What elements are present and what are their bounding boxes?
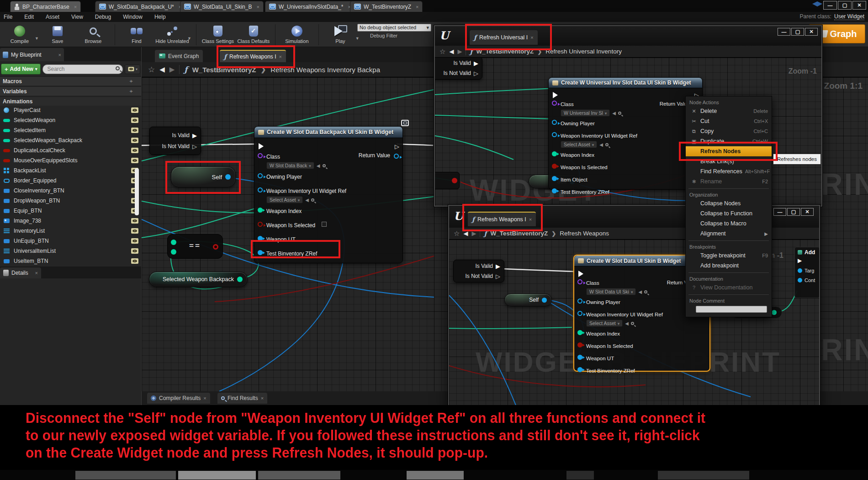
menu-item-find-references[interactable]: Find ReferencesAlt+Shift+F xyxy=(686,166,772,176)
maximize-button[interactable]: ▢ xyxy=(787,208,800,216)
pin-icon[interactable] xyxy=(258,173,263,178)
tutorial-cap-icon[interactable] xyxy=(812,1,822,9)
close-icon[interactable]: × xyxy=(416,4,418,10)
visibility-eye-icon[interactable] xyxy=(131,117,138,123)
pin-icon[interactable] xyxy=(577,299,582,304)
asset-dropdown[interactable]: W Slot Data UI Ski▾ xyxy=(586,288,636,295)
doc-tab-w-universalinvslotdata-[interactable]: W_UniversalInvSlotData_*× xyxy=(265,1,355,12)
self-variable-node[interactable]: Self xyxy=(504,293,552,306)
variable-row-selectedweapon_backpack[interactable]: SelectedWeapon_Backpack xyxy=(0,135,141,145)
asset-dropdown[interactable]: W Slot Data Back▾ xyxy=(266,162,314,169)
pin-icon[interactable] xyxy=(552,101,557,106)
exec-pin-icon[interactable]: ▶ xyxy=(474,60,478,67)
doc-tab-bp-characterbase[interactable]: BP_CharacterBase× xyxy=(10,1,81,12)
browse-asset-icon[interactable] xyxy=(605,143,609,146)
forward-icon[interactable]: ▶ xyxy=(457,48,462,55)
browse-asset-icon[interactable] xyxy=(618,112,621,115)
close-icon[interactable]: × xyxy=(35,270,38,276)
variable-row-dropweapon_btn[interactable]: DropWeapon_BTN xyxy=(0,196,141,206)
sidebar-scrollbar[interactable] xyxy=(135,168,139,215)
target-pin-icon[interactable] xyxy=(798,268,802,273)
pin-icon[interactable] xyxy=(552,188,557,193)
dropdown-caret-icon[interactable]: ▼ xyxy=(35,36,39,41)
tab-find-results[interactable]: Find Results× xyxy=(217,393,267,404)
pin-icon[interactable] xyxy=(552,132,557,137)
dropdown-caret-icon[interactable]: ▼ xyxy=(355,36,360,41)
search-input[interactable]: Search xyxy=(42,64,123,74)
close-icon[interactable]: × xyxy=(261,395,264,401)
pin-icon[interactable] xyxy=(237,277,243,282)
pin-weapon-ut[interactable]: Weapon UT xyxy=(574,354,709,362)
exec-pin-icon[interactable]: ▶ xyxy=(192,132,197,139)
section-variables[interactable]: Variables＋ xyxy=(0,86,141,96)
visibility-eye-icon[interactable] xyxy=(131,128,138,133)
add-node[interactable]: Add ▶ Targ Cont xyxy=(794,247,819,298)
menu-debug[interactable]: Debug xyxy=(95,14,111,20)
asset-dropdown[interactable]: Select Asset▾ xyxy=(561,141,597,148)
menu-item-add-breakpoint[interactable]: Add breakpoint xyxy=(686,261,772,271)
exec-pin-icon[interactable]: ▶ xyxy=(496,263,500,270)
browse-asset-icon[interactable] xyxy=(644,290,647,293)
debug-object-dropdown[interactable]: No debug object selected xyxy=(357,24,431,32)
output-pin-icon[interactable] xyxy=(213,244,218,250)
use-asset-icon[interactable]: ◀ xyxy=(599,142,603,147)
pin-item-object[interactable]: Item Object xyxy=(549,175,702,183)
favorite-star-icon[interactable]: ☆ xyxy=(454,229,460,238)
pin-icon[interactable] xyxy=(772,310,777,315)
tab-event-graph[interactable]: Event Graph xyxy=(155,50,203,62)
browse-asset-icon[interactable] xyxy=(311,198,314,202)
variable-row-image_738[interactable]: Image_738 xyxy=(0,216,141,226)
pin-owning-player[interactable]: Owning Player xyxy=(549,119,702,127)
hide-unrelated-button[interactable]: Hide Unrelated xyxy=(154,23,190,44)
maximize-button[interactable]: ▢ xyxy=(838,1,852,10)
menu-window[interactable]: Window xyxy=(123,14,143,20)
use-asset-icon[interactable]: ◀ xyxy=(638,289,642,294)
close-button[interactable]: ✕ xyxy=(852,1,866,10)
pin-icon[interactable] xyxy=(552,164,557,169)
compile-button[interactable]: Compile xyxy=(2,23,37,44)
variable-row-selectedweapon[interactable]: SelectedWeapon xyxy=(0,115,141,125)
pin-icon[interactable] xyxy=(577,342,582,347)
pin-weapon-index[interactable]: Weapon Index xyxy=(574,329,709,337)
variable-row-universalitemlist[interactable]: UniversalItemList xyxy=(0,246,141,256)
menu-item-rename[interactable]: ✱RenameF2 xyxy=(686,176,772,187)
pin-icon[interactable] xyxy=(577,311,582,316)
menu-item-copy[interactable]: ⧉CopyCtrl+C xyxy=(686,126,772,136)
menu-item-delete[interactable]: ✕DeleteDelete xyxy=(686,106,772,116)
variable-row-border_equipped[interactable]: Border_Equipped xyxy=(0,176,141,186)
menu-item-collapse-to-macro[interactable]: Collapse to Macro xyxy=(686,219,772,229)
input-pin-icon[interactable] xyxy=(171,249,176,255)
pin-icon[interactable] xyxy=(577,330,582,335)
create-widget-node-universal[interactable]: Create W Universal Inv Slot Data UI Skin… xyxy=(548,77,703,190)
minimize-button[interactable]: — xyxy=(773,208,786,216)
asset-dropdown[interactable]: Select Asset▾ xyxy=(266,196,303,203)
pin-icon[interactable] xyxy=(258,208,263,213)
menu-help[interactable]: Help xyxy=(154,14,166,20)
back-icon[interactable]: ◀ xyxy=(159,65,165,74)
menu-view[interactable]: View xyxy=(71,14,83,20)
pin-owning-player[interactable]: Owning Player xyxy=(254,172,402,181)
tab-my-blueprint[interactable]: My Blueprint× xyxy=(0,48,64,61)
close-button[interactable]: ✕ xyxy=(805,28,818,36)
close-icon[interactable]: × xyxy=(256,4,259,10)
variable-row-useitem_btn[interactable]: UseItem_BTN xyxy=(0,256,141,266)
variable-row-inventorylist[interactable]: InventoryList xyxy=(0,226,141,236)
close-icon[interactable]: × xyxy=(203,395,206,401)
pin-weapon-inventory-ui-widget-ref[interactable]: Weapon Inventory UI Widget RefSelect Ass… xyxy=(254,187,402,203)
pin-icon[interactable] xyxy=(577,367,582,372)
exec-out-pin[interactable]: ▷ xyxy=(395,143,399,150)
pin-test-binventory-zref[interactable]: Test Binventory ZRef xyxy=(574,366,709,374)
pin-icon[interactable] xyxy=(577,355,582,360)
variable-row-backpacklist[interactable]: BackpackList xyxy=(0,165,141,176)
visibility-eye-icon[interactable] xyxy=(131,107,138,113)
is-valid-node[interactable]: Is Valid▶ Is Not Valid▷ xyxy=(453,260,504,283)
pin-weapon-is-selected[interactable]: Weapon Is Selected xyxy=(574,341,709,350)
tab-details[interactable]: Details× xyxy=(0,267,41,278)
pin-icon[interactable] xyxy=(552,176,557,181)
variable-row-selecteditem[interactable]: SelectedItem xyxy=(0,125,141,135)
selected-weapon-backpack-node[interactable]: Selected Weapon Backpack xyxy=(149,272,248,287)
class-settings-button[interactable]: Class Settings xyxy=(200,23,236,44)
forward-icon[interactable]: ▶ xyxy=(169,65,175,74)
input-pin-icon[interactable] xyxy=(171,240,176,245)
visibility-eye-icon[interactable] xyxy=(131,248,138,254)
